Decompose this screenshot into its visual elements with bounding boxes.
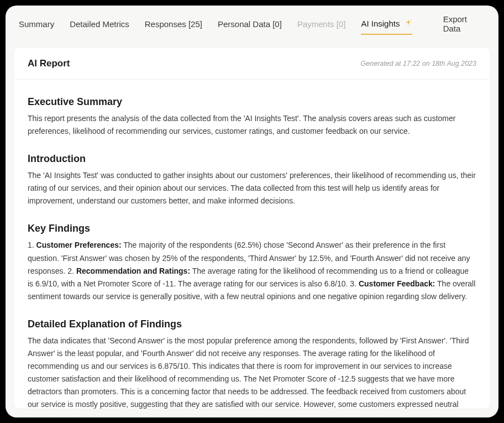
text-key-findings: 1. Customer Preferences: The majority of…	[28, 239, 476, 302]
tab-bar: Summary Detailed Metrics Responses [25] …	[6, 6, 498, 48]
heading-executive-summary: Executive Summary	[28, 96, 476, 108]
tab-responses[interactable]: Responses [25]	[145, 19, 202, 34]
tab-personal-data[interactable]: Personal Data [0]	[218, 19, 282, 34]
export-data-button[interactable]: Export Data	[443, 14, 485, 39]
section-executive-summary: Executive Summary This report presents t…	[28, 96, 476, 138]
section-detailed-explanation: Detailed Explanation of Findings The dat…	[28, 318, 476, 409]
text-detailed-explanation: The data indicates that 'Second Answer' …	[28, 335, 476, 409]
text-introduction: The 'AI Insights Test' was conducted to …	[28, 169, 476, 207]
card-header: AI Report Generated at 17:22 on 18th Aug…	[14, 48, 490, 80]
text-executive-summary: This report presents the analysis of the…	[28, 112, 476, 138]
app-window: Summary Detailed Metrics Responses [25] …	[6, 6, 498, 417]
tab-payments[interactable]: Payments [0]	[297, 19, 346, 34]
section-key-findings: Key Findings 1. Customer Preferences: Th…	[28, 223, 476, 302]
card-body: Executive Summary This report presents t…	[14, 80, 490, 409]
label-customer-preferences: Customer Preferences:	[36, 241, 122, 249]
generated-timestamp: Generated at 17:22 on 18th Aug 2023	[361, 60, 476, 67]
heading-key-findings: Key Findings	[28, 223, 476, 234]
card-title: AI Report	[28, 58, 70, 69]
heading-introduction: Introduction	[28, 153, 476, 165]
content-area: AI Report Generated at 17:22 on 18th Aug…	[6, 48, 498, 417]
tab-ai-insights-label: AI Insights	[361, 19, 400, 28]
tab-ai-insights[interactable]: AI Insights	[361, 19, 412, 35]
report-card: AI Report Generated at 17:22 on 18th Aug…	[14, 48, 490, 409]
label-recommendation-ratings: Recommendation and Ratings:	[76, 267, 190, 275]
section-introduction: Introduction The 'AI Insights Test' was …	[28, 153, 476, 207]
tab-detailed-metrics[interactable]: Detailed Metrics	[70, 19, 129, 34]
heading-detailed-explanation: Detailed Explanation of Findings	[28, 318, 476, 330]
tab-summary[interactable]: Summary	[19, 19, 54, 34]
label-customer-feedback: Customer Feedback:	[359, 279, 435, 288]
sparkle-icon	[405, 19, 412, 27]
